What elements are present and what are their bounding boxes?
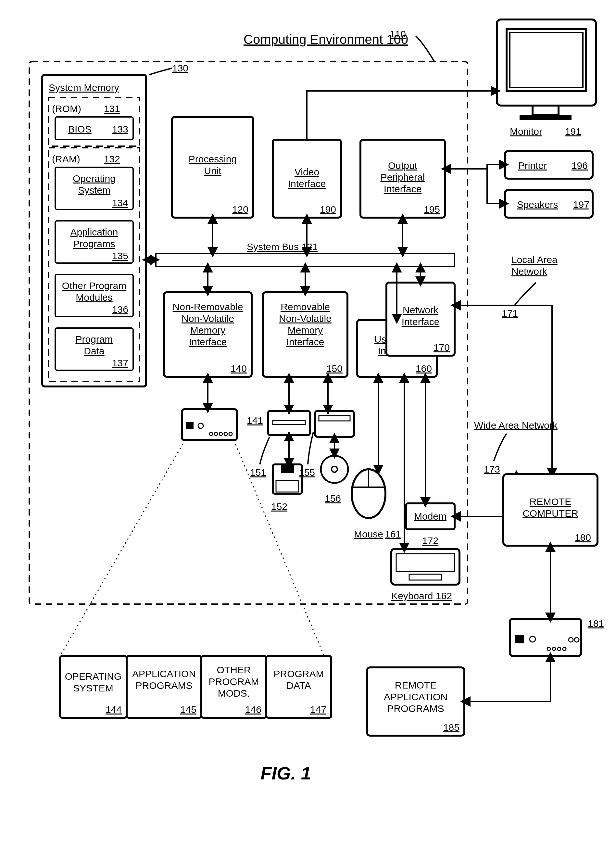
svg-rect-11 bbox=[281, 465, 294, 473]
svg-rect-8 bbox=[268, 411, 310, 435]
floppy-ref: 152 bbox=[271, 501, 287, 512]
storage-apps-ref: 145 bbox=[180, 704, 196, 715]
printer-label: Printer bbox=[518, 160, 547, 171]
hdd-ref: 141 bbox=[247, 415, 263, 426]
net-ref: 170 bbox=[434, 342, 450, 353]
diagram-root: Computing Environment 100 110 System Mem… bbox=[0, 0, 616, 860]
rom-ref: 131 bbox=[104, 103, 120, 114]
env-ref: 110 bbox=[390, 28, 406, 39]
progdata-ref: 137 bbox=[112, 358, 128, 368]
svg-rect-13 bbox=[315, 411, 354, 437]
svg-rect-32 bbox=[515, 635, 524, 643]
mouse-ref: 161 bbox=[385, 529, 401, 540]
floppy-drive-ref: 151 bbox=[250, 467, 266, 478]
ram-ref: 132 bbox=[104, 154, 120, 164]
speakers-ref: 197 bbox=[573, 199, 589, 210]
mouse-label: Mouse bbox=[354, 529, 383, 540]
monitor-ref: 191 bbox=[565, 126, 581, 137]
ram-label: (RAM) bbox=[52, 154, 80, 164]
svg-rect-12 bbox=[276, 481, 299, 492]
os-ref: 134 bbox=[112, 198, 128, 208]
rem-ref: 150 bbox=[326, 363, 343, 374]
svg-rect-30 bbox=[520, 115, 572, 120]
wan-ref: 173 bbox=[484, 464, 500, 474]
keyboard-icon bbox=[391, 549, 459, 585]
nrem-ref: 140 bbox=[230, 363, 247, 374]
svg-rect-1 bbox=[186, 422, 194, 429]
printer-ref: 196 bbox=[572, 160, 588, 171]
rom-label: (ROM) bbox=[52, 103, 81, 114]
speakers-label: Speakers bbox=[517, 199, 558, 210]
mouse-icon bbox=[352, 469, 386, 518]
mods-ref: 136 bbox=[112, 304, 128, 315]
cd-drive-icon bbox=[315, 411, 354, 437]
figure-label: FIG. 1 bbox=[260, 763, 311, 783]
storage-apps-block: APPLICATIONPROGRAMS 145 bbox=[127, 656, 201, 718]
monitor-icon bbox=[497, 19, 596, 120]
modem-ref: 172 bbox=[422, 535, 438, 546]
storage-mods-block: OTHERPROGRAMMODS. 146 bbox=[201, 656, 266, 718]
storage-data-block: PROGRAMDATA 147 bbox=[266, 656, 331, 718]
cd-icon bbox=[321, 456, 348, 483]
floppy-icon bbox=[273, 465, 302, 494]
system-bus bbox=[156, 253, 455, 266]
svg-point-15 bbox=[321, 456, 348, 483]
monitor-label: Monitor bbox=[510, 126, 542, 137]
cd-drive-ref: 155 bbox=[299, 467, 315, 478]
outp-ref: 195 bbox=[424, 204, 440, 215]
modem-label: Modem bbox=[414, 511, 447, 522]
storage-os-ref: 144 bbox=[105, 704, 122, 715]
lan-label: Local AreaNetwork bbox=[511, 254, 558, 277]
lan-ref: 171 bbox=[502, 308, 518, 319]
storage-os-block: OPERATINGSYSTEM 144 bbox=[60, 656, 127, 718]
remote-hdd-icon bbox=[510, 619, 581, 656]
uin-ref: 160 bbox=[415, 363, 432, 374]
apps-ref: 135 bbox=[112, 250, 128, 261]
video-ref: 190 bbox=[320, 204, 336, 215]
remote-pc-ref: 180 bbox=[575, 532, 591, 543]
sysmem-ref: 130 bbox=[172, 63, 188, 74]
bios-label: BIOS bbox=[68, 124, 92, 135]
floppy-drive-icon bbox=[268, 411, 310, 435]
pu-ref: 120 bbox=[232, 204, 248, 215]
bios-ref: 133 bbox=[112, 124, 128, 135]
page-title: Computing Environment 100 bbox=[243, 32, 408, 46]
keyboard-label: Keyboard 162 bbox=[391, 590, 452, 601]
remote-hdd-ref: 181 bbox=[588, 618, 604, 629]
storage-mods-ref: 146 bbox=[245, 704, 262, 715]
system-memory-title: System Memory bbox=[49, 82, 119, 93]
hdd-icon bbox=[182, 409, 237, 440]
storage-data-ref: 147 bbox=[310, 704, 326, 715]
cd-ref: 156 bbox=[325, 493, 341, 504]
wan-label: Wide Area Network bbox=[474, 420, 558, 431]
remote-apps-ref: 185 bbox=[443, 722, 459, 733]
